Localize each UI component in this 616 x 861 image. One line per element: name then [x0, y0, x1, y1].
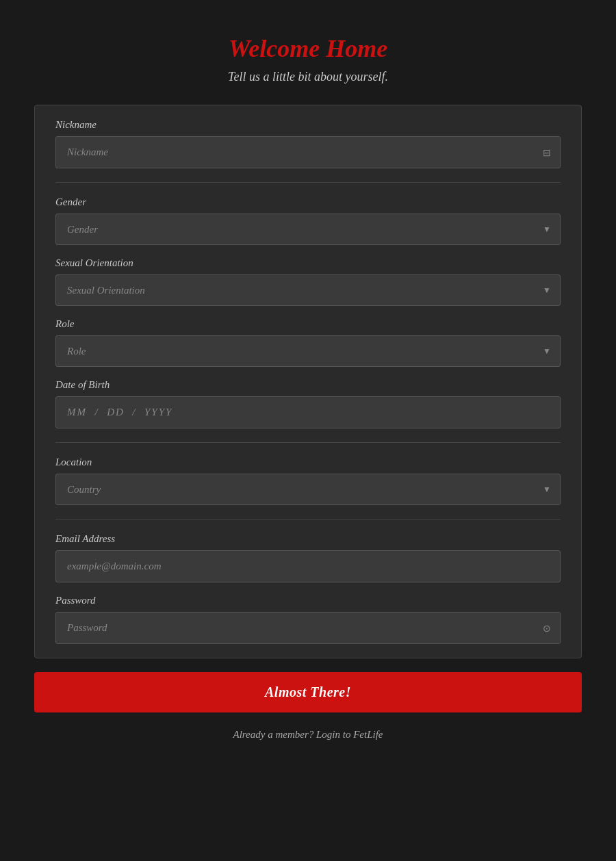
country-field-group: Location Country United States United Ki… — [55, 457, 561, 505]
password-input[interactable] — [55, 612, 561, 644]
nickname-field-group: Nickname ⊟ — [55, 119, 561, 168]
role-field-group: Role Role Dominant Submissive Switch Oth… — [55, 318, 561, 367]
nickname-input[interactable] — [55, 136, 561, 168]
role-label: Role — [55, 318, 561, 330]
sexual-orientation-select-wrapper: Sexual Orientation Straight Gay Bisexual… — [55, 274, 561, 306]
header: Welcome Home Tell us a little bit about … — [34, 27, 582, 84]
email-field-group: Email Address — [55, 533, 561, 582]
country-select-wrapper: Country United States United Kingdom Can… — [55, 474, 561, 505]
sexual-orientation-label: Sexual Orientation — [55, 257, 561, 269]
submit-button[interactable]: Almost There! — [34, 672, 582, 712]
form-container: Nickname ⊟ Gender Gender Male Female Non… — [34, 105, 582, 658]
credentials-section: Email Address Password ⊙ — [55, 533, 561, 644]
page-title: Welcome Home — [34, 34, 582, 63]
page-wrapper: Welcome Home Tell us a little bit about … — [14, 14, 602, 768]
role-select[interactable]: Role Dominant Submissive Switch Other — [55, 335, 561, 367]
gender-select-wrapper: Gender Male Female Non-binary Other ▼ — [55, 214, 561, 245]
footer-text: Already a member? Login to FetLife — [233, 729, 383, 740]
location-section: Location Country United States United Ki… — [55, 457, 561, 519]
dob-label: Date of Birth — [55, 379, 561, 391]
gender-select[interactable]: Gender Male Female Non-binary Other — [55, 214, 561, 245]
dob-field-group: Date of Birth — [55, 379, 561, 428]
location-label: Location — [55, 457, 561, 468]
dob-input[interactable] — [55, 396, 561, 428]
password-input-wrapper: ⊙ — [55, 612, 561, 644]
nickname-input-wrapper: ⊟ — [55, 136, 561, 168]
page-subtitle: Tell us a little bit about yourself. — [34, 70, 582, 84]
nickname-section: Nickname ⊟ — [55, 119, 561, 183]
email-label: Email Address — [55, 533, 561, 545]
role-select-wrapper: Role Dominant Submissive Switch Other ▼ — [55, 335, 561, 367]
country-select[interactable]: Country United States United Kingdom Can… — [55, 474, 561, 505]
password-label: Password — [55, 595, 561, 606]
password-field-group: Password ⊙ — [55, 595, 561, 644]
email-input[interactable] — [55, 550, 561, 582]
sexual-orientation-select[interactable]: Sexual Orientation Straight Gay Bisexual… — [55, 274, 561, 306]
footer-link: Already a member? Login to FetLife — [34, 729, 582, 741]
nickname-label: Nickname — [55, 119, 561, 131]
sexual-orientation-field-group: Sexual Orientation Sexual Orientation St… — [55, 257, 561, 306]
profile-section: Gender Gender Male Female Non-binary Oth… — [55, 196, 561, 443]
gender-field-group: Gender Gender Male Female Non-binary Oth… — [55, 196, 561, 245]
gender-label: Gender — [55, 196, 561, 208]
